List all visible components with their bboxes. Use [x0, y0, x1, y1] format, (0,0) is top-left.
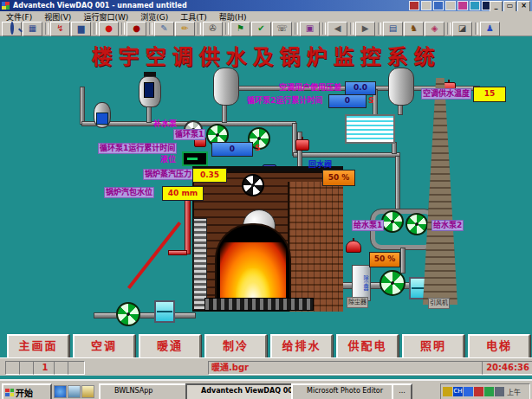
flag-icon[interactable]: ⚑	[230, 22, 250, 36]
pipe	[395, 156, 400, 213]
nav-main-screen-button[interactable]: 主画面	[7, 334, 69, 360]
app-icon	[2, 2, 10, 10]
logbook-icon[interactable]: ▤	[383, 22, 403, 36]
flue-valve	[346, 241, 361, 253]
nav-elevator-button[interactable]: 电梯	[468, 334, 530, 360]
mini-icon-4[interactable]	[445, 1, 456, 10]
level-label: 液位	[160, 155, 176, 164]
nav-cooling-button[interactable]: 制冷	[204, 334, 267, 360]
red-riser-pipe	[185, 197, 191, 254]
task-photo-editor[interactable]: Microsoft Photo Editor	[291, 383, 408, 399]
boiler-right-wall	[288, 182, 343, 312]
titlebar-mini-icons	[409, 1, 492, 10]
camera-icon[interactable]: ✇	[203, 22, 223, 36]
forward-icon[interactable]: ▶	[355, 22, 375, 36]
pump1-time-unit: S	[255, 144, 260, 152]
nav-hvac-button[interactable]: 空调	[73, 334, 135, 360]
pump1-time-value: 0	[211, 142, 253, 157]
red-stub-pipe	[168, 250, 187, 255]
steam-drum-left	[213, 68, 239, 106]
watchdog-icon[interactable]: ♞	[404, 22, 424, 36]
air-damper	[154, 300, 175, 323]
pin-icon[interactable]: ✎	[154, 22, 174, 36]
return-valve-value: 50 %	[322, 170, 355, 186]
network-up-tray-icon[interactable]	[484, 387, 494, 396]
panel-icon[interactable]: ▦	[23, 22, 42, 36]
ime-lang-tray-icon[interactable]: CH	[453, 387, 463, 396]
supply-temp-label: 空调供水温度	[421, 88, 471, 100]
forced-draft-fan	[116, 302, 140, 326]
start-button[interactable]: 开始	[2, 383, 52, 399]
taskbar-overflow-button[interactable]: ...	[392, 383, 412, 399]
volume-tray-icon[interactable]	[443, 387, 452, 396]
window-title: Advantech ViewDAQ 001 - unnamed untitled	[13, 2, 187, 10]
pipe	[80, 87, 85, 125]
pump2-time-label: 循环泵2运行累计时间	[247, 96, 322, 106]
mini-icon-1[interactable]	[409, 1, 419, 10]
status-file-cell: 暖通.bgr	[208, 361, 485, 375]
drum-level-value: 40 mm	[162, 186, 204, 201]
id-fan-label: 引风机	[428, 298, 450, 309]
trend-icon[interactable]: ↯	[50, 22, 70, 36]
task-viewdaq[interactable]: Advantech ViewDAQ 001...	[185, 383, 308, 399]
pipe	[400, 248, 405, 274]
title-bar: Advantech ViewDAQ 001 - unnamed untitled…	[0, 0, 532, 11]
status-clock-cell: 20:46:36	[482, 361, 532, 375]
edit-key-icon[interactable]: ✏	[175, 22, 195, 36]
ie-quicklaunch-icon[interactable]	[54, 385, 67, 398]
start-label: 开始	[16, 386, 33, 399]
level-indicator	[182, 151, 208, 166]
air-duct-pipe	[94, 312, 196, 319]
confirm-icon[interactable]: ✔	[251, 22, 271, 36]
nav-power-button[interactable]: 供配电	[336, 334, 399, 360]
boiler-top-fan	[242, 174, 264, 196]
boiler-grate	[204, 298, 314, 311]
return-valve	[295, 139, 309, 151]
feed-pump-2-fan	[405, 213, 428, 235]
nav-heating-button[interactable]: 暖通	[139, 334, 201, 360]
display-tray-icon[interactable]	[464, 387, 473, 396]
feed-pump-1-fan	[381, 210, 404, 233]
steam-drum-right	[388, 68, 414, 106]
scada-screen: Advantech ViewDAQ 001 - unnamed untitled…	[0, 0, 532, 399]
alarm-ack-icon[interactable]: ●	[127, 22, 146, 36]
operator-icon[interactable]: ♟	[480, 22, 500, 36]
menu-bar: 文件(F) 视图(V) 运行窗口(W) 浏览(G) 工具(T) 帮助(H)	[0, 11, 532, 22]
mini-icon-6[interactable]	[470, 1, 480, 10]
back-icon[interactable]: ◀	[328, 22, 347, 36]
package-icon[interactable]: ▣	[300, 22, 320, 36]
outlook-quicklaunch-icon[interactable]	[81, 385, 94, 398]
search-icon[interactable]	[2, 22, 22, 36]
mini-icon-3[interactable]	[433, 1, 444, 10]
mini-icon-5[interactable]	[457, 1, 468, 10]
eraser-icon[interactable]: ◈	[425, 22, 444, 36]
antivirus-tray-icon[interactable]	[474, 387, 483, 396]
mini-icon-2[interactable]	[421, 1, 431, 10]
boiler-ladder	[193, 218, 207, 310]
pump2-time-value: 0	[328, 94, 367, 108]
phone-icon[interactable]: ☏	[272, 22, 292, 36]
monitor-tray-icon[interactable]	[495, 387, 504, 396]
histogram-icon[interactable]: ▆	[71, 22, 91, 36]
pipe	[146, 106, 152, 123]
tray-clock: 上午	[507, 387, 521, 396]
feed-pump1-label: 给水泵1	[352, 220, 384, 231]
pump1-time-label: 循环泵1运行累计时间	[98, 143, 177, 154]
status-cell	[68, 361, 85, 375]
nav-lighting-button[interactable]: 照明	[402, 334, 464, 360]
dust-collector-label: 除尘器	[347, 297, 368, 308]
pipe	[392, 142, 397, 154]
feed-valve-value: 50 %	[369, 252, 400, 267]
clapper-icon[interactable]: ◪	[452, 22, 472, 36]
screen-title: 楼宇空调供水及锅炉监控系统	[45, 40, 487, 70]
pump2-time-unit: S	[368, 96, 373, 105]
drum-level-label: 锅炉汽包水位	[104, 187, 154, 198]
toolbar: ▦ ↯ ▆ ● ● ✎ ✏ ✇ ⚑ ✔ ☏ ▣ ◀ ▶ ▤ ♞ ◈ ◪ ♟	[0, 22, 532, 36]
pipe	[293, 152, 400, 158]
nav-water-button[interactable]: 给排水	[270, 334, 333, 360]
makeup-pump-label: 补水泵	[153, 119, 177, 129]
pump1-label: 循环泵1	[173, 129, 205, 140]
alarm-ball-icon[interactable]: ●	[99, 22, 119, 36]
induced-draft-fan	[380, 270, 405, 296]
desktop-quicklaunch-icon[interactable]	[68, 385, 81, 398]
